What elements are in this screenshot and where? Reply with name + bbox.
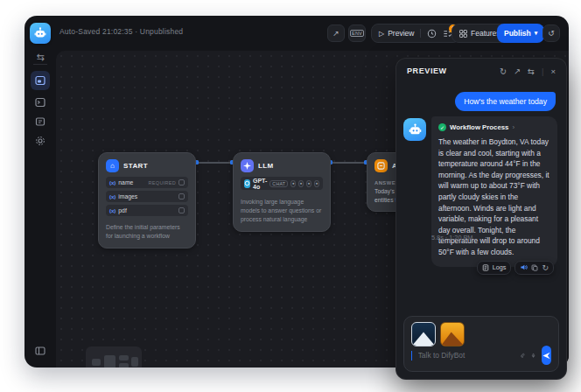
robot-icon	[33, 26, 47, 40]
sidebar-item-export[interactable]	[31, 112, 50, 131]
attach-file-icon[interactable]	[521, 351, 525, 360]
toolbar-divider	[420, 29, 421, 38]
chat-input[interactable]	[418, 351, 514, 360]
logs-button[interactable]: Logs	[477, 261, 512, 275]
env-icon: ENV	[350, 30, 364, 37]
run-history-button[interactable]	[427, 29, 437, 38]
microphone-icon[interactable]	[531, 351, 536, 360]
speaker-icon[interactable]	[520, 263, 528, 271]
publish-label: Publish	[504, 29, 531, 38]
text-caret	[411, 351, 412, 360]
mountain-graphic	[412, 332, 435, 346]
variable-badge-icon: (x)	[109, 180, 116, 186]
web-capability-icon: ●	[290, 180, 296, 187]
restart-conversation-icon[interactable]: ↻	[500, 66, 507, 76]
minimap-node	[92, 359, 101, 366]
export-icon	[35, 116, 46, 127]
model-name: GPT-4o	[253, 178, 267, 190]
history-icon: ↺	[548, 29, 555, 38]
edge-llm-answer	[331, 162, 367, 164]
tool-capability-icon: ●	[298, 180, 304, 187]
start-node-description: Define the initial parameters for launch…	[99, 219, 195, 248]
regenerate-icon[interactable]: ↻	[542, 263, 549, 272]
robot-icon	[408, 122, 423, 137]
workflow-process-label: Workflow Process	[450, 123, 508, 131]
start-node-title: START	[123, 162, 148, 170]
file-type-icon	[178, 207, 185, 214]
message-actions: Logs ↻	[477, 261, 554, 275]
text-type-icon	[178, 179, 185, 186]
answer-icon	[374, 159, 388, 172]
orchestrate-icon	[35, 75, 46, 86]
attached-images	[411, 322, 551, 346]
chevron-down-icon: ▾	[535, 30, 538, 37]
user-message-bubble: How's the weather today	[455, 92, 556, 111]
run-toolbar: ▷ Preview 2	[371, 24, 460, 43]
minimap-node	[104, 355, 116, 368]
panel-toggle-icon	[35, 346, 46, 356]
workflow-process-toggle[interactable]: ✓ Workflow Process ›	[438, 123, 550, 131]
version-history-button[interactable]: ↺	[542, 24, 560, 42]
play-icon: ▷	[379, 30, 384, 38]
close-icon[interactable]: ×	[550, 66, 556, 76]
model-selector[interactable]: GPT-4o CHAT ● ● ● ●	[241, 177, 323, 190]
env-variables-button[interactable]: ENV	[348, 24, 366, 42]
minimap[interactable]	[86, 346, 142, 368]
llm-node-title: LLM	[258, 162, 274, 170]
variable-badge-icon: (x)	[109, 208, 116, 214]
preview-header: PREVIEW ↻ ↗ ⇆ | ×	[396, 59, 566, 83]
logs-label: Logs	[493, 263, 507, 271]
preview-panel: PREVIEW ↻ ↗ ⇆ | × How's the weather toda…	[396, 58, 567, 380]
terminal-icon	[35, 97, 46, 108]
chevron-right-icon: ›	[512, 123, 514, 131]
exit-workflow-icon[interactable]: ⇆	[24, 51, 56, 63]
sidebar-item-orchestrate[interactable]	[31, 71, 50, 90]
sidebar-item-settings[interactable]	[31, 131, 50, 150]
sidebar-item-terminal[interactable]	[31, 93, 50, 112]
start-var-row-pdf[interactable]: (x) pdf	[106, 205, 188, 216]
switch-view-icon[interactable]: ⇆	[528, 66, 535, 76]
header-divider: |	[542, 66, 543, 76]
publish-button[interactable]: Publish ▾	[497, 24, 544, 43]
autosave-status: Auto-Saved 21:02:35 · Unpublished	[60, 27, 183, 36]
start-var-row-images[interactable]: (x) images	[106, 191, 188, 202]
edge-start-llm	[197, 162, 233, 164]
attachment-image-mountain-blue[interactable]	[411, 322, 436, 346]
chat-mode-badge: CHAT	[270, 180, 288, 187]
assistant-message-bubble: ✓ Workflow Process › The weather in Boyd…	[431, 116, 557, 267]
start-node-header: ⌂ START	[99, 153, 195, 177]
open-in-explore-button[interactable]: ↗	[327, 24, 345, 42]
features-icon	[459, 30, 467, 38]
start-var-row-name[interactable]: (x) name REQUIRED	[106, 177, 188, 188]
copy-icon[interactable]	[531, 264, 538, 271]
external-link-icon: ↗	[332, 29, 340, 38]
attachment-image-mountain-orange[interactable]	[440, 322, 465, 346]
gear-icon	[35, 136, 46, 146]
app-logo-robot-icon[interactable]	[30, 23, 51, 44]
preview-label: Preview	[388, 29, 414, 38]
send-button[interactable]	[542, 346, 551, 365]
file-type-icon	[178, 193, 185, 200]
llm-node-description: Invoking large language models to answer…	[234, 193, 330, 231]
minimap-node	[131, 357, 138, 367]
home-icon: ⌂	[106, 159, 119, 172]
mountain-graphic	[441, 332, 464, 346]
features-label: Features	[471, 29, 500, 38]
sidebar: ⇆	[24, 16, 56, 368]
preview-button[interactable]: ▷ Preview	[379, 29, 414, 38]
node-start[interactable]: ⌂ START (x) name REQUIRED (x) images (x)…	[98, 152, 196, 248]
variable-name: images	[118, 193, 176, 200]
llm-node-header: LLM	[234, 153, 330, 177]
open-in-new-icon[interactable]: ↗	[514, 66, 521, 76]
variable-name: name	[118, 179, 145, 186]
assistant-avatar	[403, 118, 426, 141]
success-check-icon: ✓	[438, 123, 446, 131]
minimap-node	[119, 355, 129, 360]
run-history-icon	[427, 29, 437, 38]
minimap-node	[119, 363, 129, 368]
collapse-panel-icon[interactable]	[31, 341, 50, 360]
node-llm[interactable]: LLM GPT-4o CHAT ● ● ● ● Invoking large l…	[233, 152, 331, 232]
chat-input-row	[411, 346, 551, 365]
send-icon	[542, 351, 551, 360]
llm-icon	[241, 159, 254, 172]
